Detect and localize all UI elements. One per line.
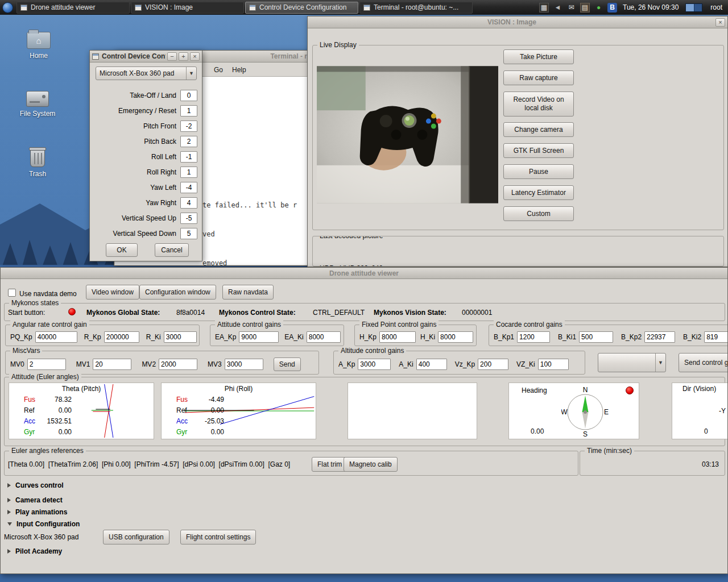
r-ki-input[interactable] bbox=[164, 331, 197, 343]
theta-fus-value: 78.32 bbox=[55, 396, 72, 404]
latency-estimator-button[interactable]: Latency Estimator bbox=[503, 185, 574, 200]
home-folder-icon: ⌂ bbox=[27, 32, 51, 49]
mapping-value-input[interactable]: -4 bbox=[180, 182, 197, 193]
dialog-titlebar[interactable]: Control Device Configuration − + × bbox=[90, 51, 202, 63]
flight-control-settings-button[interactable]: Flight control settings bbox=[180, 530, 256, 544]
send-button[interactable]: Send bbox=[274, 357, 301, 371]
b-kp1-input[interactable] bbox=[517, 331, 550, 343]
take-picture-button[interactable]: Take Picture bbox=[503, 49, 574, 64]
mail-icon[interactable]: ✉ bbox=[566, 3, 576, 13]
mapping-value-input[interactable]: -2 bbox=[180, 120, 197, 132]
expander-curves-control[interactable]: Curves control bbox=[7, 481, 64, 489]
mapping-value-input[interactable]: -5 bbox=[180, 213, 197, 224]
mapping-value-input[interactable]: -1 bbox=[180, 151, 197, 163]
raw-navdata-button[interactable]: Raw navdata bbox=[222, 285, 274, 300]
mapping-value-input[interactable]: 2 bbox=[180, 136, 197, 147]
euler-references-text: [Theta 0.00] [ThetaTrim 2.06] [Phi 0.00]… bbox=[8, 460, 311, 468]
window-icon bbox=[363, 5, 370, 11]
minimize-icon[interactable]: − bbox=[167, 52, 177, 61]
workspace-pager[interactable] bbox=[685, 3, 702, 12]
mapping-value-input[interactable]: 5 bbox=[180, 228, 197, 239]
attitude-gains-label: Attitude control gains bbox=[215, 321, 283, 329]
screenshot-tool-icon[interactable]: ▦ bbox=[539, 3, 549, 13]
use-navdata-checkbox[interactable] bbox=[8, 289, 16, 297]
history-back-icon[interactable]: ◄ bbox=[553, 3, 562, 13]
raw-capture-button[interactable]: Raw capture bbox=[503, 70, 574, 85]
network-icon[interactable]: ● bbox=[594, 3, 603, 13]
system-tray: ▦ ◄ ✉ ▤ ● B bbox=[539, 3, 617, 13]
live-camera-image bbox=[317, 66, 498, 203]
taskbar-item-control-device[interactable]: Control Device Configuration bbox=[245, 2, 358, 14]
desktop-icon-trash[interactable]: Trash bbox=[19, 149, 56, 178]
configuration-window-button[interactable]: Configuration window bbox=[139, 285, 216, 300]
taskbar-item-terminal[interactable]: Terminal - root@ubuntu: ~... bbox=[359, 2, 473, 14]
change-camera-button[interactable]: Change camera bbox=[503, 122, 574, 137]
h-ki-input[interactable] bbox=[438, 331, 473, 343]
mykonos-states-frame: Mykonos states Start button: Mykonos Glo… bbox=[4, 303, 725, 321]
phi-ref-value: 0.00 bbox=[211, 406, 224, 414]
b-kp2-input[interactable] bbox=[644, 331, 675, 343]
b-ki2-input[interactable] bbox=[704, 331, 728, 343]
expander-label: Play animations bbox=[15, 508, 67, 516]
mv2-input[interactable] bbox=[159, 359, 197, 370]
flat-trim-button[interactable]: Flat trim bbox=[312, 457, 348, 472]
control-gains-combobox[interactable]: ▼ bbox=[598, 353, 666, 372]
expander-play-animations[interactable]: Play animations bbox=[7, 508, 67, 516]
expander-pilot-academy[interactable]: Pilot Academy bbox=[7, 547, 62, 555]
house-icon: ⌂ bbox=[36, 36, 41, 45]
magneto-calib-button[interactable]: Magneto calib bbox=[344, 457, 398, 472]
menu-item-go[interactable]: Go bbox=[210, 65, 226, 75]
mapping-value-input[interactable]: 0 bbox=[180, 90, 197, 101]
hard-drive-icon bbox=[26, 91, 49, 107]
b-ki1-input[interactable] bbox=[579, 331, 613, 343]
a-kp-input[interactable] bbox=[358, 359, 391, 370]
send-control-gains-button[interactable]: Send control g bbox=[679, 353, 728, 372]
mapping-value-input[interactable]: 4 bbox=[180, 197, 197, 209]
mv3-input[interactable] bbox=[225, 359, 263, 370]
workspace-2[interactable] bbox=[694, 4, 702, 11]
taskbar-item-vision[interactable]: VISION : Image bbox=[131, 2, 244, 14]
mapping-value-input[interactable]: 1 bbox=[180, 105, 197, 117]
clipboard-icon[interactable]: ▤ bbox=[580, 3, 590, 13]
desktop-icon-home[interactable]: ⌂ Home bbox=[20, 32, 57, 60]
cancel-button[interactable]: Cancel bbox=[155, 243, 189, 257]
chevron-right-icon bbox=[7, 498, 11, 502]
taskbar-item-drone-viewer[interactable]: Drone attitude viewer bbox=[16, 2, 130, 14]
record-video-button[interactable]: Record Video on local disk bbox=[503, 92, 574, 117]
ok-button[interactable]: OK bbox=[106, 243, 138, 257]
fixed-point-frame: Fixed Point control gains H_Kp H_Ki bbox=[354, 325, 477, 346]
custom-button[interactable]: Custom bbox=[503, 206, 574, 221]
expander-camera-detect[interactable]: Camera detect bbox=[7, 496, 63, 504]
pause-button[interactable]: Pause bbox=[503, 164, 574, 179]
mv1-input[interactable] bbox=[93, 359, 131, 370]
clock[interactable]: Tue, 26 Nov 09:30 bbox=[623, 3, 679, 11]
video-window-button[interactable]: Video window bbox=[86, 285, 139, 300]
close-icon[interactable]: × bbox=[715, 18, 725, 27]
bluetooth-icon[interactable]: B bbox=[607, 3, 617, 13]
device-combobox[interactable]: Microsoft X-Box 360 pad ▼ bbox=[96, 66, 197, 80]
close-icon[interactable]: × bbox=[190, 52, 200, 61]
maximize-icon[interactable]: + bbox=[179, 52, 188, 61]
desktop-icon-filesystem[interactable]: File System bbox=[19, 91, 56, 118]
app-menu-icon[interactable] bbox=[2, 2, 13, 13]
menu-item-help[interactable]: Help bbox=[229, 65, 250, 75]
a-ki-input[interactable] bbox=[416, 359, 447, 370]
mapping-label: Pitch Front bbox=[94, 122, 176, 130]
vision-titlebar[interactable]: VISION : Image × bbox=[308, 16, 727, 28]
ea-ki-input[interactable] bbox=[307, 331, 341, 343]
vz-ki-input[interactable] bbox=[538, 359, 569, 370]
usb-configuration-button[interactable]: USB configuration bbox=[103, 530, 169, 544]
h-kp-input[interactable] bbox=[379, 331, 416, 343]
last-decoded-label: Last decoded picture bbox=[317, 236, 385, 240]
workspace-1[interactable] bbox=[686, 4, 694, 11]
gtk-fullscreen-button[interactable]: GTK Full Screen bbox=[503, 143, 574, 158]
r-kp-input[interactable] bbox=[104, 331, 139, 343]
ea-kp-input[interactable] bbox=[239, 331, 279, 343]
mv0-label: MV0 bbox=[10, 360, 24, 368]
mapping-value-input[interactable]: 1 bbox=[180, 167, 197, 178]
vz-kp-input[interactable] bbox=[478, 359, 508, 370]
pq-kp-input[interactable] bbox=[35, 331, 77, 343]
mv0-input[interactable] bbox=[27, 359, 66, 370]
expander-input-configuration[interactable]: Input Configuration bbox=[7, 520, 80, 528]
drone-titlebar[interactable]: Drone attitude viewer bbox=[1, 268, 727, 279]
